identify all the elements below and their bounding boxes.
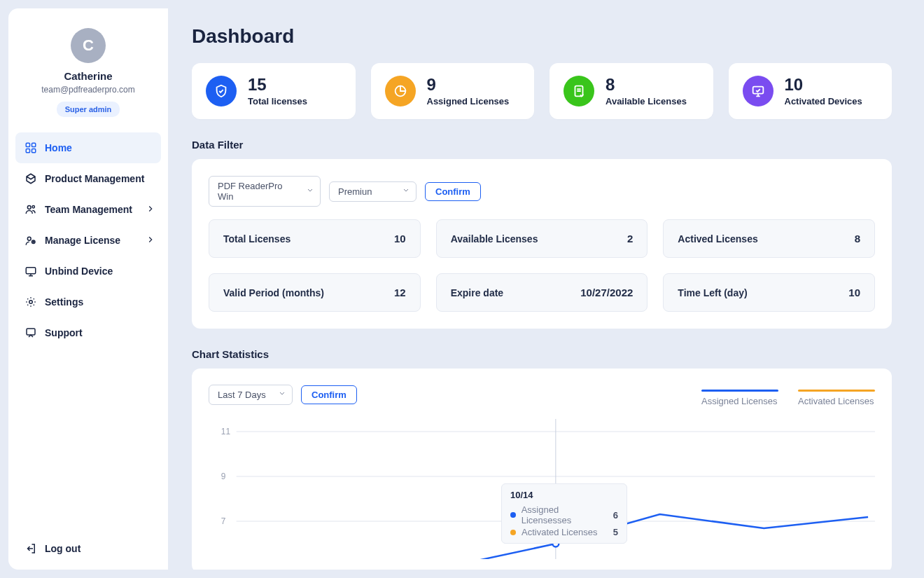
- sidebar-item-label: Unbind Device: [45, 266, 113, 277]
- legend-color: [798, 390, 875, 392]
- tooltip-label: Assigned Licensesses: [522, 504, 608, 525]
- card-value: 10: [785, 76, 862, 93]
- data-filter-title: Data Filter: [192, 139, 892, 151]
- chart-range-select[interactable]: Last 7 Days: [209, 385, 293, 405]
- stat-value: 2: [627, 233, 633, 245]
- sidebar-item-label: Team Management: [45, 204, 132, 215]
- data-filter-panel: PDF ReaderPro Win Premiun Confirm Total …: [192, 159, 892, 329]
- sidebar-item-support[interactable]: Support: [15, 317, 161, 348]
- chevron-down-icon: [402, 186, 410, 197]
- product-icon: [24, 172, 38, 186]
- card-label: Total licenses: [248, 96, 307, 106]
- summary-cards: 15 Total licenses 9 Assigned Licenses: [192, 63, 892, 119]
- stat-value: 10: [848, 287, 860, 298]
- chart-statistics-title: Chart Statistics: [192, 348, 892, 360]
- nav: Home Product Management Team Management: [15, 132, 161, 348]
- y-tick: 11: [221, 427, 231, 436]
- legend-label: Assigned Licenses: [701, 396, 777, 406]
- legend-label: Activated Licenses: [798, 396, 874, 406]
- tooltip-dot: [510, 530, 516, 535]
- sidebar-item-label: Product Management: [45, 173, 144, 184]
- svg-rect-8: [26, 268, 36, 274]
- chart-area: 11 9 7 10/14 Assigned Licen: [209, 419, 875, 559]
- card-value: 9: [427, 76, 510, 93]
- stat-value: 8: [855, 233, 860, 245]
- stat-label: Available Licenses: [451, 233, 538, 245]
- svg-rect-3: [32, 149, 36, 153]
- card-assigned-licenses: 9 Assigned Licenses: [371, 63, 535, 119]
- svg-point-6: [27, 237, 31, 240]
- license-icon: [24, 233, 38, 247]
- product-select[interactable]: PDF ReaderPro Win: [209, 176, 321, 207]
- stat-value: 10/27/2022: [580, 287, 633, 298]
- sidebar-item-label: Home: [45, 142, 72, 153]
- svg-rect-12: [752, 87, 763, 94]
- stat-time-left: Time Left (day) 10: [663, 273, 875, 312]
- sidebar-item-unbind-device[interactable]: Unbind Device: [15, 256, 161, 287]
- stat-label: Valid Period (months): [223, 287, 324, 298]
- sidebar-item-product-management[interactable]: Product Management: [15, 163, 161, 194]
- team-icon: [24, 202, 38, 216]
- svg-rect-0: [26, 143, 29, 146]
- card-value: 15: [248, 76, 307, 93]
- tooltip-label: Activated Licenses: [522, 527, 597, 537]
- stat-valid-period: Valid Period (months) 12: [209, 273, 421, 312]
- sidebar-item-manage-license[interactable]: Manage License: [15, 225, 161, 256]
- svg-rect-2: [26, 149, 29, 153]
- stat-value: 10: [394, 233, 406, 245]
- chart-confirm-button[interactable]: Confirm: [301, 385, 357, 404]
- stat-label: Total Licenses: [223, 233, 290, 245]
- legend-color: [701, 390, 778, 392]
- sidebar-item-team-management[interactable]: Team Management: [15, 194, 161, 225]
- chevron-right-icon: [146, 204, 155, 216]
- tooltip-value: 6: [613, 510, 618, 521]
- sidebar-item-home[interactable]: Home: [15, 132, 161, 163]
- chart-panel: Last 7 Days Confirm Assigned Licenses Ac…: [192, 369, 892, 570]
- logout-button[interactable]: Log out: [15, 533, 161, 564]
- support-icon: [24, 326, 38, 340]
- tooltip-date: 10/14: [510, 490, 618, 500]
- svg-rect-10: [27, 329, 35, 335]
- stat-expire-date: Expire date 10/27/2022: [436, 273, 648, 312]
- avatar: C: [71, 28, 106, 63]
- stat-available-licenses: Available Licenses 2: [436, 219, 648, 258]
- chevron-down-icon: [306, 186, 314, 197]
- logout-icon: [24, 542, 38, 556]
- sidebar-item-settings[interactable]: Settings: [15, 287, 161, 317]
- card-total-licenses: 15 Total licenses: [192, 63, 356, 119]
- legend-assigned[interactable]: Assigned Licenses: [701, 383, 778, 406]
- gear-icon: [24, 295, 38, 309]
- tier-select[interactable]: Premiun: [329, 181, 416, 202]
- card-value: 8: [606, 76, 687, 93]
- legend-activated[interactable]: Activated Licenses: [798, 383, 875, 406]
- svg-point-4: [27, 206, 31, 209]
- card-activated-devices: 10 Activated Devices: [729, 63, 892, 119]
- page-title: Dashboard: [192, 25, 892, 48]
- sidebar-item-label: Settings: [45, 296, 83, 308]
- role-badge: Super admin: [57, 102, 120, 117]
- stat-value: 12: [394, 287, 406, 298]
- home-icon: [24, 141, 38, 155]
- user-email: team@pdfreaderpro.com: [15, 85, 161, 95]
- card-label: Activated Devices: [785, 96, 862, 106]
- stat-label: Time Left (day): [678, 287, 747, 298]
- tooltip-value: 5: [613, 527, 618, 537]
- device-icon: [24, 264, 38, 278]
- chevron-right-icon: [146, 235, 155, 247]
- pie-icon: [385, 76, 416, 106]
- filter-confirm-button[interactable]: Confirm: [425, 182, 481, 201]
- svg-point-5: [32, 206, 34, 208]
- chart-legend: Assigned Licenses Activated Licenses: [701, 383, 875, 406]
- sidebar: C Catherine team@pdfreaderpro.com Super …: [8, 8, 168, 570]
- card-label: Available Licenses: [606, 96, 687, 106]
- stat-label: Expire date: [451, 287, 503, 298]
- y-tick: 7: [221, 516, 226, 526]
- card-label: Assigned Licenses: [427, 96, 510, 106]
- sidebar-item-label: Support: [45, 327, 83, 338]
- card-available-licenses: 8 Available Licenses: [550, 63, 713, 119]
- chart-tooltip: 10/14 Assigned Licensesses 6 Activated L…: [501, 483, 627, 544]
- logout-label: Log out: [45, 543, 80, 554]
- select-value: PDF ReaderPro Win: [218, 181, 282, 202]
- chevron-down-icon: [278, 390, 286, 400]
- monitor-icon: [743, 76, 774, 106]
